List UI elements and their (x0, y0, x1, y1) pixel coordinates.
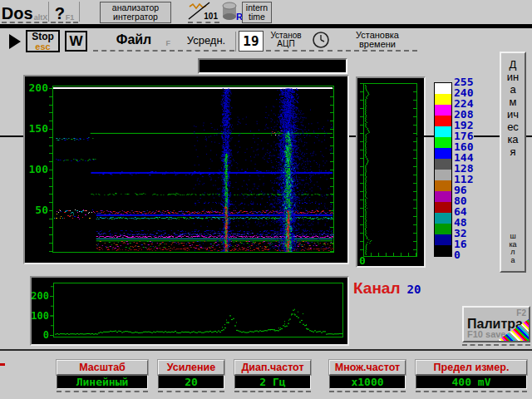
level-marker (474, 135, 500, 137)
measure-limit-button[interactable]: Предел измер. (416, 360, 527, 375)
stop-button[interactable]: Stop esc (26, 30, 60, 52)
app-window: Dos altX ? F1 анализатор интегратор 101 (0, 0, 532, 399)
level-marker (414, 135, 434, 137)
toolbar-separator (235, 32, 236, 52)
bottom-divider (0, 349, 532, 351)
control-underline (57, 391, 148, 392)
histogram-canvas (357, 78, 424, 266)
color-scale-block (435, 170, 451, 180)
ad-converter-button[interactable]: 101 (188, 2, 219, 23)
color-scale-block (435, 191, 451, 202)
level-marker (526, 135, 532, 137)
adc-label-2: АЦП (277, 40, 294, 49)
color-scale-block (435, 213, 451, 224)
file-button[interactable]: Файл F (93, 30, 175, 52)
color-scale-block (435, 180, 451, 191)
scale-mode-value[interactable]: Линейный (57, 375, 148, 389)
freq-mult-label: Множ.частот (335, 362, 400, 373)
gain-value-text: 20 (185, 376, 198, 388)
menubar-separator (79, 2, 80, 22)
freq-range-button[interactable]: Диап.частот (234, 360, 311, 375)
dos-hotkey: altX (34, 13, 48, 22)
scale-mode-value-text: Линейный (76, 376, 129, 388)
freq-mult-button[interactable]: Множ.частот (329, 360, 406, 375)
average-label: Усредн. (187, 34, 225, 47)
clock-icon (312, 31, 330, 49)
dynamic-scale-label: Динамическая (507, 58, 520, 158)
adc-setup-button[interactable]: Установ АЦП (266, 30, 306, 52)
color-scale-block (435, 116, 451, 126)
dos-button[interactable]: Dos altX (2, 1, 47, 23)
measure-limit-value-text: 400 mV (452, 376, 491, 388)
disk-button[interactable]: R (221, 2, 241, 23)
red-marker (0, 363, 5, 366)
color-scale-block (435, 224, 451, 234)
color-scale-block (435, 94, 451, 105)
color-scale-labels: 2552402242081921761601441281129680644832… (454, 76, 487, 264)
help-hotkey: F1 (66, 13, 75, 22)
color-scale-block (435, 159, 451, 170)
clock-button[interactable] (309, 30, 332, 52)
gain-button[interactable]: Усиление (158, 360, 224, 375)
help-button[interactable]: ? F1 (51, 1, 78, 23)
average-button[interactable]: Усредн. (178, 30, 234, 52)
waveform-panel (30, 276, 349, 346)
dos-label: Dos (2, 5, 33, 22)
time-setup-button[interactable]: Установка времени (337, 30, 417, 52)
w-button[interactable]: W (65, 31, 87, 52)
palette-underline (462, 344, 530, 346)
freq-range-label: Диап.частот (241, 362, 303, 373)
status-display (198, 58, 347, 74)
play-icon (9, 34, 21, 49)
analyzer-integrator-button[interactable]: анализатор интегратор (100, 2, 171, 23)
color-scale-blocks (434, 82, 452, 257)
channel-value: 20 (407, 283, 421, 296)
palette-button[interactable]: F2 Палитра F10 save (462, 306, 530, 342)
freq-mult-value[interactable]: x1000 (329, 375, 406, 389)
freq-range-value[interactable]: 2 Гц (234, 375, 311, 389)
dynamic-scale-button[interactable]: Динамическая шкала (500, 52, 526, 273)
help-label: ? (55, 5, 65, 22)
scale-mode-button[interactable]: Масштаб (57, 360, 148, 375)
control-underline (234, 391, 311, 392)
menubar-divider (0, 24, 532, 28)
intern-time-button[interactable]: intern time (242, 2, 272, 23)
waveform-canvas (32, 278, 347, 344)
palette-save-hotkey: F10 save (467, 329, 505, 339)
gain-label: Усиление (167, 362, 216, 373)
file-hotkey: F (166, 39, 171, 47)
play-button[interactable] (7, 33, 23, 50)
time-label-2: времени (359, 40, 396, 50)
gain-value[interactable]: 20 (158, 375, 224, 389)
dynamic-scale-sublabel: шкала (509, 233, 517, 264)
color-scale-block (435, 137, 451, 148)
average-count-field[interactable]: 19 (239, 31, 264, 52)
color-scale-block (435, 234, 451, 245)
histogram-panel (356, 76, 426, 268)
file-label: Файл (116, 32, 152, 47)
control-underline (416, 391, 527, 392)
channel-readout: Канал 20 (353, 279, 421, 298)
level-marker (0, 135, 23, 137)
color-scale-block (435, 126, 451, 137)
measure-limit-value[interactable]: 400 mV (416, 375, 527, 389)
freq-mult-value-text: x1000 (351, 376, 383, 388)
freq-range-value-text: 2 Гц (259, 376, 285, 388)
color-scale-block (435, 105, 451, 116)
stop-label: Stop (32, 32, 54, 42)
scale-mode-label: Масштаб (79, 362, 126, 373)
analyzer-label-2: интегратор (113, 12, 158, 22)
color-scale-block (435, 202, 451, 213)
channel-label: Канал (353, 279, 401, 298)
intern-label-2: time (249, 12, 265, 22)
control-underline (329, 391, 406, 392)
spectrogram-canvas (25, 76, 347, 263)
measure-limit-label: Предел измер. (434, 362, 510, 373)
average-count-value: 19 (243, 33, 259, 49)
w-label: W (69, 33, 82, 50)
control-underline (158, 391, 224, 392)
color-scale-value: 0 (454, 249, 461, 260)
color-scale-block (435, 83, 451, 94)
level-marker (349, 135, 356, 137)
color-scale-block (435, 245, 451, 256)
